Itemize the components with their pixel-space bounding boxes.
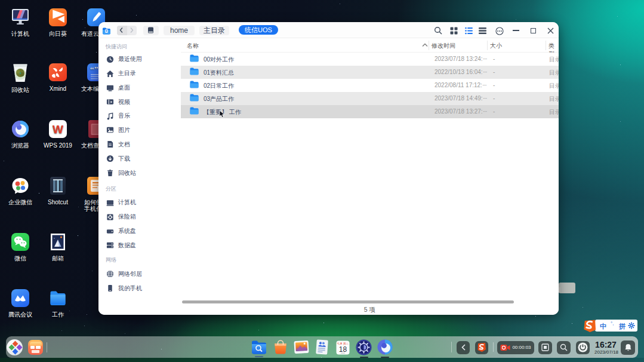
svg-text:W: W	[53, 123, 63, 136]
svg-text:18: 18	[339, 345, 347, 353]
svg-text:“”: “”	[90, 65, 98, 75]
